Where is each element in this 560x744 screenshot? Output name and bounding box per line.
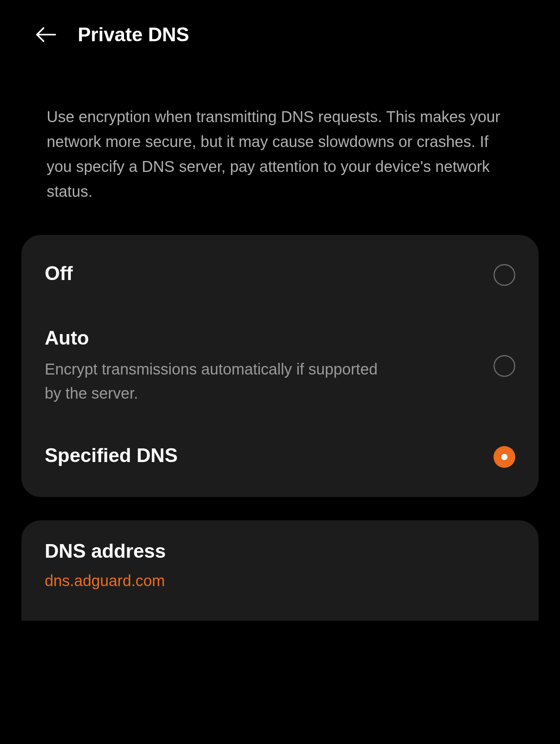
header: Private DNS	[0, 0, 560, 61]
option-specified-dns[interactable]: Specified DNS	[21, 425, 539, 489]
option-auto[interactable]: Auto Encrypt transmissions automatically…	[21, 307, 539, 425]
page-title: Private DNS	[78, 23, 189, 46]
options-card: Off Auto Encrypt transmissions automatic…	[21, 235, 539, 497]
back-icon[interactable]	[35, 24, 56, 46]
option-auto-subtitle: Encrypt transmissions automatically if s…	[45, 357, 395, 405]
radio-auto[interactable]	[494, 355, 515, 377]
dns-address-card[interactable]: DNS address dns.adguard.com	[21, 520, 539, 621]
option-auto-title: Auto	[45, 327, 494, 349]
description-text: Use encryption when transmitting DNS req…	[0, 61, 560, 227]
dns-address-label: DNS address	[45, 540, 515, 562]
option-off-title: Off	[45, 262, 494, 285]
option-specified-dns-title: Specified DNS	[45, 444, 494, 467]
dns-address-value: dns.adguard.com	[45, 572, 515, 590]
radio-specified-dns[interactable]	[494, 446, 515, 468]
option-off[interactable]: Off	[21, 243, 539, 307]
radio-off[interactable]	[494, 264, 515, 286]
